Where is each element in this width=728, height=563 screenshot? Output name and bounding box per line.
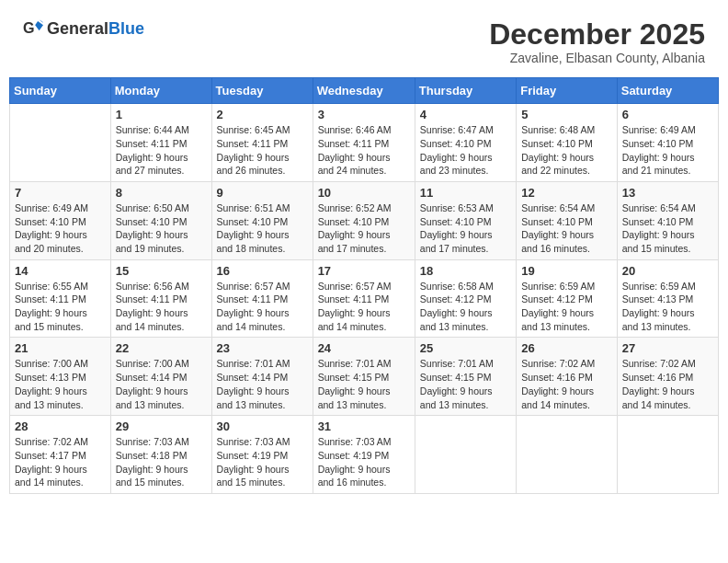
calendar-cell: 17Sunrise: 6:57 AMSunset: 4:11 PMDayligh…	[313, 259, 415, 338]
day-info: Sunrise: 7:01 AMSunset: 4:15 PMDaylight:…	[318, 357, 410, 411]
calendar-cell: 8Sunrise: 6:50 AMSunset: 4:10 PMDaylight…	[110, 181, 211, 259]
calendar-cell: 26Sunrise: 7:02 AMSunset: 4:16 PMDayligh…	[517, 338, 618, 416]
calendar-week-row: 1Sunrise: 6:44 AMSunset: 4:11 PMDaylight…	[10, 104, 719, 182]
day-info: Sunrise: 6:54 AMSunset: 4:10 PMDaylight:…	[622, 201, 713, 256]
day-number: 10	[318, 186, 410, 200]
page-header: G GeneralBlue December 2025 Zavaline, El…	[9, 9, 719, 70]
calendar-cell: 10Sunrise: 6:52 AMSunset: 4:10 PMDayligh…	[313, 181, 415, 259]
day-info: Sunrise: 7:02 AMSunset: 4:16 PMDaylight:…	[622, 357, 713, 411]
calendar-day-header: Saturday	[617, 78, 718, 104]
day-number: 9	[217, 186, 308, 200]
day-info: Sunrise: 6:57 AMSunset: 4:11 PMDaylight:…	[217, 280, 308, 334]
day-info: Sunrise: 6:59 AMSunset: 4:13 PMDaylight:…	[622, 280, 713, 334]
day-number: 8	[116, 186, 207, 200]
day-number: 18	[420, 264, 511, 278]
day-number: 22	[116, 341, 207, 355]
logo-general-text: General	[47, 19, 108, 38]
day-number: 24	[318, 341, 410, 355]
day-number: 20	[622, 264, 713, 278]
logo-blue-text: Blue	[108, 19, 144, 38]
day-info: Sunrise: 6:44 AMSunset: 4:11 PMDaylight:…	[116, 123, 207, 178]
day-info: Sunrise: 7:02 AMSunset: 4:17 PMDaylight:…	[15, 435, 106, 489]
day-info: Sunrise: 6:45 AMSunset: 4:11 PMDaylight:…	[217, 123, 308, 178]
calendar-table: SundayMondayTuesdayWednesdayThursdayFrid…	[9, 77, 719, 494]
calendar-cell: 2Sunrise: 6:45 AMSunset: 4:11 PMDaylight…	[211, 104, 313, 182]
calendar-cell: 30Sunrise: 7:03 AMSunset: 4:19 PMDayligh…	[211, 416, 313, 494]
day-number: 26	[521, 341, 612, 355]
calendar-day-header: Friday	[517, 78, 618, 104]
location-subtitle: Zavaline, Elbasan County, Albania	[489, 51, 705, 65]
day-info: Sunrise: 6:48 AMSunset: 4:10 PMDaylight:…	[521, 123, 612, 178]
day-number: 25	[420, 341, 511, 355]
calendar-cell: 31Sunrise: 7:03 AMSunset: 4:19 PMDayligh…	[313, 416, 415, 494]
day-number: 2	[217, 108, 308, 121]
day-info: Sunrise: 7:03 AMSunset: 4:19 PMDaylight:…	[318, 435, 410, 489]
day-number: 23	[217, 341, 308, 355]
calendar-cell	[617, 416, 718, 494]
calendar-week-row: 14Sunrise: 6:55 AMSunset: 4:11 PMDayligh…	[10, 259, 719, 338]
calendar-cell: 24Sunrise: 7:01 AMSunset: 4:15 PMDayligh…	[313, 338, 415, 416]
day-info: Sunrise: 6:52 AMSunset: 4:10 PMDaylight:…	[318, 201, 410, 256]
logo-icon: G	[23, 18, 43, 39]
calendar-cell	[10, 104, 111, 182]
month-title: December 2025	[489, 18, 705, 51]
day-info: Sunrise: 7:00 AMSunset: 4:14 PMDaylight:…	[116, 357, 207, 411]
day-number: 30	[217, 419, 308, 433]
day-number: 17	[318, 264, 410, 278]
calendar-day-header: Wednesday	[313, 78, 415, 104]
day-number: 12	[521, 186, 612, 200]
day-number: 13	[622, 186, 713, 200]
calendar-week-row: 28Sunrise: 7:02 AMSunset: 4:17 PMDayligh…	[10, 416, 719, 494]
day-info: Sunrise: 7:00 AMSunset: 4:13 PMDaylight:…	[15, 357, 106, 411]
calendar-cell: 25Sunrise: 7:01 AMSunset: 4:15 PMDayligh…	[415, 338, 516, 416]
calendar-cell: 22Sunrise: 7:00 AMSunset: 4:14 PMDayligh…	[110, 338, 211, 416]
calendar-cell: 28Sunrise: 7:02 AMSunset: 4:17 PMDayligh…	[10, 416, 111, 494]
calendar-cell: 3Sunrise: 6:46 AMSunset: 4:11 PMDaylight…	[313, 104, 415, 182]
day-number: 5	[521, 108, 612, 121]
calendar-cell: 14Sunrise: 6:55 AMSunset: 4:11 PMDayligh…	[10, 259, 111, 338]
calendar-cell: 27Sunrise: 7:02 AMSunset: 4:16 PMDayligh…	[617, 338, 718, 416]
day-info: Sunrise: 6:49 AMSunset: 4:10 PMDaylight:…	[622, 123, 713, 178]
calendar-week-row: 21Sunrise: 7:00 AMSunset: 4:13 PMDayligh…	[10, 338, 719, 416]
day-info: Sunrise: 6:56 AMSunset: 4:11 PMDaylight:…	[116, 280, 207, 334]
calendar-cell: 16Sunrise: 6:57 AMSunset: 4:11 PMDayligh…	[211, 259, 313, 338]
day-info: Sunrise: 6:58 AMSunset: 4:12 PMDaylight:…	[420, 280, 511, 334]
day-number: 15	[116, 264, 207, 278]
calendar-day-header: Sunday	[10, 78, 111, 104]
day-number: 28	[15, 419, 106, 433]
calendar-cell: 20Sunrise: 6:59 AMSunset: 4:13 PMDayligh…	[617, 259, 718, 338]
day-info: Sunrise: 7:01 AMSunset: 4:14 PMDaylight:…	[217, 357, 308, 411]
calendar-day-header: Monday	[110, 78, 211, 104]
day-number: 14	[15, 264, 106, 278]
logo: G GeneralBlue	[23, 18, 144, 39]
calendar-cell: 6Sunrise: 6:49 AMSunset: 4:10 PMDaylight…	[617, 104, 718, 182]
day-number: 6	[622, 108, 713, 121]
day-number: 11	[420, 186, 511, 200]
day-number: 21	[15, 341, 106, 355]
day-info: Sunrise: 6:49 AMSunset: 4:10 PMDaylight:…	[15, 201, 106, 256]
svg-text:G: G	[23, 19, 35, 36]
day-info: Sunrise: 6:50 AMSunset: 4:10 PMDaylight:…	[116, 201, 207, 256]
calendar-cell: 11Sunrise: 6:53 AMSunset: 4:10 PMDayligh…	[415, 181, 516, 259]
calendar-header-row: SundayMondayTuesdayWednesdayThursdayFrid…	[10, 78, 719, 104]
day-info: Sunrise: 7:03 AMSunset: 4:19 PMDaylight:…	[217, 435, 308, 489]
day-number: 3	[318, 108, 410, 121]
calendar-cell: 15Sunrise: 6:56 AMSunset: 4:11 PMDayligh…	[110, 259, 211, 338]
svg-marker-1	[35, 21, 43, 30]
calendar-cell: 1Sunrise: 6:44 AMSunset: 4:11 PMDaylight…	[110, 104, 211, 182]
day-number: 1	[116, 108, 207, 121]
day-info: Sunrise: 6:47 AMSunset: 4:10 PMDaylight:…	[420, 123, 511, 178]
day-info: Sunrise: 6:55 AMSunset: 4:11 PMDaylight:…	[15, 280, 106, 334]
calendar-cell: 4Sunrise: 6:47 AMSunset: 4:10 PMDaylight…	[415, 104, 516, 182]
day-number: 31	[318, 419, 410, 433]
day-number: 27	[622, 341, 713, 355]
day-info: Sunrise: 6:57 AMSunset: 4:11 PMDaylight:…	[318, 280, 410, 334]
calendar-cell: 9Sunrise: 6:51 AMSunset: 4:10 PMDaylight…	[211, 181, 313, 259]
calendar-week-row: 7Sunrise: 6:49 AMSunset: 4:10 PMDaylight…	[10, 181, 719, 259]
day-info: Sunrise: 6:46 AMSunset: 4:11 PMDaylight:…	[318, 123, 410, 178]
calendar-cell	[517, 416, 618, 494]
calendar-cell: 7Sunrise: 6:49 AMSunset: 4:10 PMDaylight…	[10, 181, 111, 259]
calendar-day-header: Thursday	[415, 78, 516, 104]
day-info: Sunrise: 6:53 AMSunset: 4:10 PMDaylight:…	[420, 201, 511, 256]
day-info: Sunrise: 7:01 AMSunset: 4:15 PMDaylight:…	[420, 357, 511, 411]
